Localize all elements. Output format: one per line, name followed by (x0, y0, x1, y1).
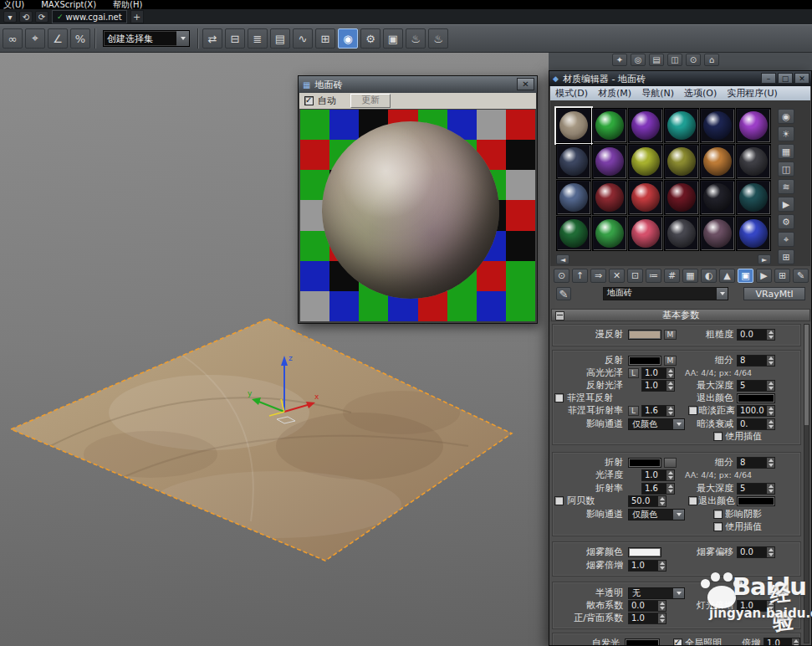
diffuse-map-button[interactable]: M (664, 330, 677, 340)
material-sample-slot[interactable] (736, 144, 771, 179)
fog-bias-spinner[interactable]: 0.0 (737, 546, 775, 558)
reflect-max-depth-spinner[interactable]: 5 (737, 380, 775, 392)
options-icon[interactable]: ⚙ (778, 214, 794, 229)
gloss-spinner[interactable]: 1.0 (641, 469, 675, 481)
make-unique-icon[interactable]: ⊡ (627, 269, 643, 283)
material-sample-slot[interactable] (700, 216, 735, 251)
percent-snap-icon[interactable]: % (70, 28, 90, 49)
utilities-icon[interactable]: ⌂ (704, 54, 719, 66)
params-scrollbar[interactable] (804, 324, 809, 643)
pick-material-dropper-icon[interactable]: ✎ (556, 287, 571, 300)
add-tab-button[interactable]: + (130, 10, 144, 23)
chevron-down-icon[interactable] (176, 31, 189, 46)
video-color-check-icon[interactable]: ≋ (778, 179, 794, 194)
refract-affect-channels-select[interactable]: 仅颜色 (628, 509, 685, 520)
put-to-scene-icon[interactable]: ↑ (572, 269, 588, 283)
show-end-result-icon[interactable]: ◐ (701, 269, 717, 283)
assign-to-selection-icon[interactable]: ⇒ (590, 269, 606, 283)
self-illum-swatch[interactable] (625, 638, 660, 645)
systems-icon[interactable]: ◫ (667, 54, 682, 66)
material-sample-slot[interactable] (556, 108, 591, 143)
reflect-map-button[interactable]: M (664, 356, 677, 366)
menu-mode[interactable]: 模式(D) (555, 87, 588, 100)
material-editor-icon[interactable]: ◉ (338, 28, 358, 49)
get-material-icon[interactable]: ⊙ (554, 269, 569, 283)
menu-material[interactable]: 材质(M) (598, 87, 631, 100)
helpers-icon[interactable]: ▤ (649, 54, 664, 66)
dim-falloff-spinner[interactable]: 0. (737, 418, 775, 430)
scatter-spinner[interactable]: 0.0 (628, 600, 666, 612)
scrollbar-thumb[interactable] (804, 325, 809, 425)
material-sample-slot[interactable] (664, 144, 699, 179)
select-and-link-icon[interactable]: ∞ (3, 28, 23, 49)
fresnel-ior-spinner[interactable]: 1.6 (641, 405, 675, 417)
rendered-frame-icon[interactable]: ▣ (383, 28, 403, 49)
refract-exit-color-swatch[interactable] (737, 496, 775, 506)
material-sample-slot[interactable] (700, 108, 735, 143)
angle-snap-icon[interactable]: ∠ (48, 28, 68, 49)
material-sample-slot[interactable] (664, 180, 699, 215)
go-forward-icon[interactable]: ▶ (756, 269, 772, 283)
menu-utilities[interactable]: 实用程序(U) (727, 87, 778, 100)
affect-channels-select[interactable]: 仅颜色 (628, 418, 685, 430)
pick-material-icon[interactable]: ✎ (793, 269, 809, 283)
material-sample-slot[interactable] (556, 144, 591, 179)
material-sample-slot[interactable] (736, 180, 771, 215)
material-sample-slot[interactable] (556, 216, 591, 251)
light-icon[interactable]: ✦ (612, 54, 627, 66)
backlight-icon[interactable]: ☀ (778, 126, 794, 141)
reflect-gloss-spinner[interactable]: 1.0 (641, 380, 675, 392)
reflect-subdivs-spinner[interactable]: 8 (737, 355, 775, 367)
background-icon[interactable]: ▦ (778, 144, 794, 159)
roughness-spinner[interactable]: 0.0 (737, 329, 775, 341)
material-sample-slot[interactable] (556, 180, 591, 215)
refract-subdivs-spinner[interactable]: 8 (737, 457, 775, 469)
show-map-in-viewport-icon[interactable]: ▣ (738, 269, 753, 283)
material-sample-slot[interactable] (592, 180, 627, 215)
preview-title-bar[interactable]: ▦ 地面砖 ✕ (299, 76, 537, 93)
render-setup-icon[interactable]: ⚙ (360, 28, 380, 49)
material-id-icon[interactable]: # (664, 269, 680, 283)
ior-spinner[interactable]: 1.6 (641, 483, 675, 495)
maximize-button[interactable]: □ (778, 73, 793, 84)
render-production-icon[interactable]: ♨ (406, 28, 426, 49)
scroll-left-button[interactable]: ◄ (556, 254, 569, 264)
put-to-library-icon[interactable]: ≔ (646, 269, 661, 283)
editor-title-bar[interactable]: ◆ 材质编辑器 - 地面砖 – □ ✕ (549, 71, 811, 86)
fog-mult-spinner[interactable]: 1.0 (628, 560, 666, 572)
menu-options[interactable]: 选项(O) (684, 87, 717, 100)
fog-color-swatch[interactable] (628, 547, 661, 557)
material-sample-slot[interactable] (592, 216, 627, 251)
auto-update-checkbox[interactable] (304, 96, 314, 105)
reset-map-icon[interactable]: ✕ (609, 269, 625, 283)
dim-distance-spinner[interactable]: 100.0 (737, 405, 775, 417)
mirror-icon[interactable]: ⇄ (202, 28, 222, 49)
reflect-interpolation-checkbox[interactable] (713, 432, 723, 441)
update-button[interactable]: 更新 (350, 94, 391, 108)
refract-max-depth-spinner[interactable]: 5 (737, 483, 775, 495)
material-sample-slot[interactable] (592, 108, 627, 143)
rollout-basic-params[interactable]: 基本参数 (551, 309, 810, 321)
material-name-select[interactable]: 地面砖 (603, 287, 728, 300)
close-icon[interactable]: ✕ (517, 78, 534, 90)
reflect-color-swatch[interactable] (628, 356, 661, 366)
undo-icon[interactable]: ⟲ (19, 11, 33, 23)
ribbon-icon[interactable]: ▤ (270, 28, 290, 49)
scroll-right-button[interactable]: ► (758, 254, 771, 264)
go-to-parent-icon[interactable]: ▲ (719, 269, 735, 283)
layer-manager-icon[interactable]: ≣ (248, 28, 268, 49)
show-background-icon[interactable]: ▦ (682, 269, 698, 283)
material-sample-slot[interactable] (700, 144, 735, 179)
material-sample-slot[interactable] (664, 108, 699, 143)
url-field[interactable]: ✓ www.cgai.net (52, 10, 127, 23)
close-button[interactable]: ✕ (794, 73, 809, 84)
sample-type-icon[interactable]: ◉ (778, 109, 794, 124)
menu-navigation[interactable]: 导航(N) (641, 87, 674, 100)
snap-toggle-icon[interactable]: ⌖ (25, 28, 45, 49)
material-sample-slot[interactable] (700, 180, 735, 215)
affect-shadows-checkbox[interactable] (713, 510, 723, 519)
gi-checkbox[interactable] (673, 638, 682, 645)
translucency-select[interactable]: 无 (628, 587, 685, 599)
refract-color-swatch[interactable] (628, 458, 661, 468)
gi-mult-spinner[interactable]: 1.0 (763, 638, 800, 645)
